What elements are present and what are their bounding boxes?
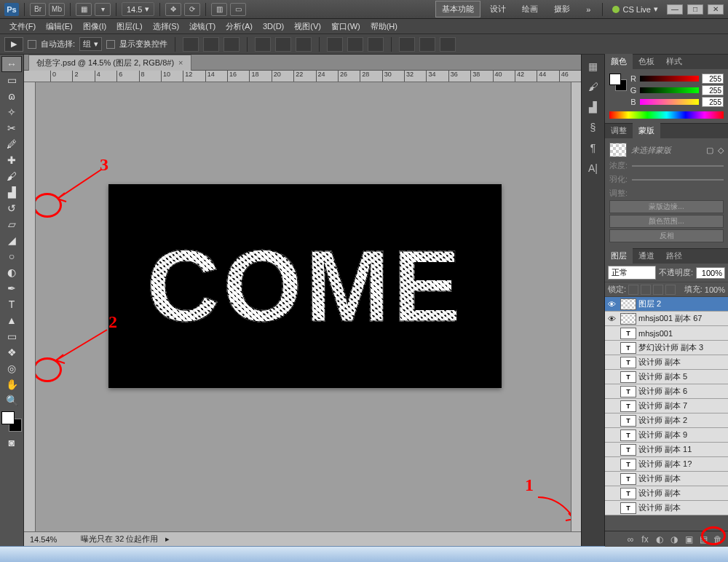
dodge-tool[interactable]: ◐ bbox=[1, 264, 22, 280]
layer-row[interactable]: T设计师 副本 bbox=[605, 472, 728, 486]
color-range-button[interactable]: 颜色范围... bbox=[609, 215, 724, 228]
document-scrollbar-vertical[interactable] bbox=[571, 82, 581, 531]
tab-adjust[interactable]: 调整 bbox=[605, 123, 633, 138]
tool-preset-icon[interactable]: ▶ bbox=[4, 37, 23, 52]
a-panel-icon[interactable]: A| bbox=[585, 159, 602, 177]
layer-row[interactable]: T设计师 副本 9 bbox=[605, 428, 728, 443]
align-btn-5[interactable] bbox=[275, 37, 291, 52]
distribute-btn-1[interactable] bbox=[327, 37, 343, 52]
layer-row[interactable]: T设计师 副本 bbox=[605, 355, 728, 370]
r-slider[interactable] bbox=[640, 76, 699, 82]
window-min[interactable]: — bbox=[667, 4, 683, 15]
ruler-horizontal[interactable]: 0246810121416182022242628303234363840424… bbox=[24, 71, 581, 82]
layer-eye-icon[interactable]: 👁 bbox=[605, 300, 618, 309]
link-layers-icon[interactable]: ∞ bbox=[625, 534, 636, 545]
crop-tool[interactable]: ✂ bbox=[1, 120, 22, 136]
rotate-icon[interactable]: ⟳ bbox=[184, 3, 200, 16]
b-input[interactable] bbox=[702, 97, 724, 107]
path-select-tool[interactable]: ▲ bbox=[1, 312, 22, 328]
layer-thumb[interactable] bbox=[620, 313, 636, 325]
distribute-btn-2[interactable] bbox=[347, 37, 363, 52]
select-target[interactable]: 组▾ bbox=[79, 37, 102, 51]
ruler-icon[interactable]: ▾ bbox=[95, 3, 111, 16]
type-tool[interactable]: T bbox=[1, 296, 22, 312]
clone-panel-icon[interactable]: ▟ bbox=[585, 98, 602, 116]
color-preview[interactable] bbox=[609, 74, 627, 91]
screenmode-icon[interactable]: ▭ bbox=[230, 3, 246, 16]
layer-row[interactable]: T设计师 副本 11 bbox=[605, 443, 728, 457]
layer-row[interactable]: T设计师 副本 bbox=[605, 486, 728, 501]
opacity-input[interactable]: 100% bbox=[696, 267, 725, 279]
lock-trans-icon[interactable] bbox=[628, 285, 638, 295]
layer-fx-icon[interactable]: fx bbox=[639, 534, 651, 545]
canvas[interactable]: COME bbox=[108, 184, 502, 388]
distribute-btn-5[interactable] bbox=[419, 37, 435, 52]
layer-row[interactable]: T设计师 副本 1? bbox=[605, 457, 728, 472]
pen-tool[interactable]: ✒ bbox=[1, 280, 22, 296]
align-btn-1[interactable] bbox=[183, 37, 199, 52]
layer-thumb[interactable]: T bbox=[620, 371, 636, 383]
layer-thumb[interactable]: T bbox=[620, 415, 636, 427]
wand-tool[interactable]: ✧ bbox=[1, 104, 22, 120]
color-swatch[interactable] bbox=[1, 411, 22, 432]
char-panel-icon[interactable]: § bbox=[585, 119, 602, 136]
move-tool[interactable]: ↔ bbox=[1, 56, 22, 72]
workspace-design[interactable]: 设计 bbox=[483, 1, 513, 17]
layer-eye-icon[interactable]: 👁 bbox=[605, 314, 618, 323]
menu-filter[interactable]: 滤镜(T) bbox=[184, 20, 221, 33]
minibridge-icon[interactable]: Mb bbox=[49, 3, 65, 16]
eyedropper-tool[interactable]: 🖉 bbox=[1, 136, 22, 152]
layer-thumb[interactable]: T bbox=[620, 430, 636, 441]
guides-icon[interactable]: ▦ bbox=[76, 3, 92, 16]
menu-image[interactable]: 图像(I) bbox=[78, 20, 111, 33]
lock-all-icon[interactable] bbox=[665, 285, 676, 295]
quickmask-tool[interactable]: ◙ bbox=[1, 435, 22, 451]
eraser-tool[interactable]: ▱ bbox=[1, 216, 22, 232]
workspace-more[interactable]: » bbox=[579, 2, 597, 17]
marquee-tool[interactable]: ▭ bbox=[1, 72, 22, 88]
mask-pixel-icon[interactable]: ▢ bbox=[706, 146, 713, 155]
delete-layer-icon[interactable]: 🗑 bbox=[712, 534, 724, 545]
zoom-select[interactable]: 14.5▾ bbox=[122, 2, 154, 16]
camera-tool[interactable]: ◎ bbox=[1, 360, 22, 376]
menu-help[interactable]: 帮助(H) bbox=[365, 20, 403, 33]
new-group-icon[interactable]: ▣ bbox=[683, 534, 695, 545]
workspace-photo[interactable]: 摄影 bbox=[547, 1, 577, 17]
layer-thumb[interactable]: T bbox=[620, 400, 636, 412]
distribute-btn-6[interactable] bbox=[440, 37, 456, 52]
workspace-basic[interactable]: 基本功能 bbox=[435, 1, 480, 17]
menu-view[interactable]: 视图(V) bbox=[289, 20, 326, 33]
cs-live[interactable]: CS Live▾ bbox=[612, 4, 658, 14]
layer-row[interactable]: Tmhsjs001 bbox=[605, 326, 728, 341]
stamp-tool[interactable]: ▟ bbox=[1, 184, 22, 200]
canvas-viewport[interactable]: COME 3 2 1 bbox=[36, 82, 571, 531]
align-btn-3[interactable] bbox=[223, 37, 240, 52]
align-btn-2[interactable] bbox=[203, 37, 219, 52]
invert-button[interactable]: 反相 bbox=[609, 229, 724, 242]
layer-row[interactable]: T设计师 副本 5 bbox=[605, 370, 728, 384]
blend-mode-select[interactable]: 正常 bbox=[608, 266, 656, 280]
layers-list[interactable]: 👁图层 2👁mhsjs001 副本 67Tmhsjs001T梦幻设计师 副本 3… bbox=[605, 297, 728, 531]
layer-thumb[interactable]: T bbox=[620, 473, 636, 485]
hand-icon[interactable]: ✥ bbox=[165, 3, 181, 16]
3d-tool[interactable]: ❖ bbox=[1, 344, 22, 360]
g-slider[interactable] bbox=[640, 87, 699, 93]
tab-styles[interactable]: 样式 bbox=[660, 54, 688, 69]
zoom-tool[interactable]: 🔍 bbox=[1, 392, 22, 408]
tab-close-icon[interactable]: × bbox=[178, 58, 183, 67]
align-btn-6[interactable] bbox=[296, 37, 312, 52]
layer-thumb[interactable]: T bbox=[620, 357, 636, 368]
layer-row[interactable]: T设计师 副本 bbox=[605, 501, 728, 515]
layer-thumb[interactable]: T bbox=[620, 342, 636, 354]
menu-analysis[interactable]: 分析(A) bbox=[221, 20, 258, 33]
auto-select-checkbox[interactable] bbox=[28, 40, 36, 49]
workspace-draw[interactable]: 绘画 bbox=[515, 1, 545, 17]
layer-row[interactable]: 👁mhsjs001 副本 67 bbox=[605, 312, 728, 326]
tab-masks[interactable]: 蒙版 bbox=[633, 123, 660, 138]
healing-tool[interactable]: ✚ bbox=[1, 152, 22, 168]
tab-channels[interactable]: 通道 bbox=[633, 248, 660, 264]
menu-file[interactable]: 文件(F) bbox=[4, 20, 41, 33]
spectrum-strip[interactable] bbox=[609, 111, 724, 119]
hand-tool[interactable]: ✋ bbox=[1, 376, 22, 392]
mask-vector-icon[interactable]: ◇ bbox=[718, 146, 724, 155]
